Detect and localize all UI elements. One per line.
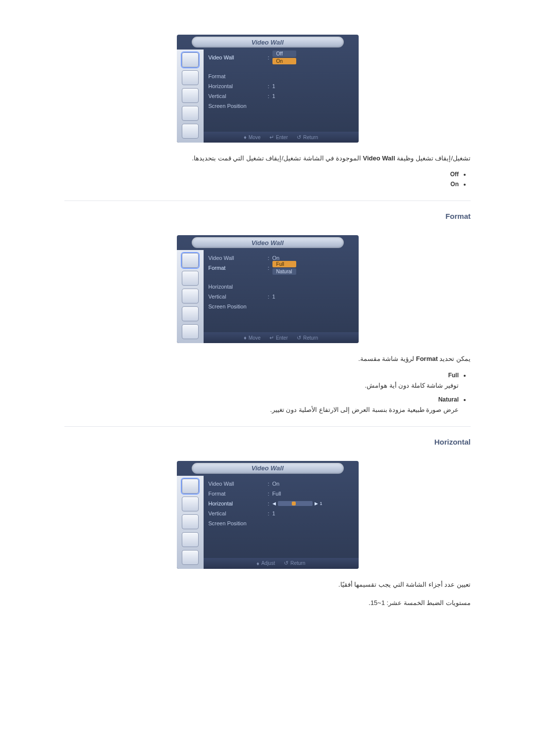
osd-vertical-value: 1 [272, 510, 275, 516]
option-off: Off [64, 171, 459, 178]
osd-tab-icon-3 [182, 514, 199, 529]
osd-panel: Video Wall Video Wall : On Format : [177, 235, 359, 343]
updown-icon: ♦ [244, 134, 247, 140]
osd-hint-adjust: ♦Adjust [257, 560, 275, 566]
osd-tab-icon-2 [182, 497, 199, 511]
options-list-format: Full توفير شاشة كاملة دون أية هوامش. Nat… [64, 372, 471, 413]
osd-sidebar [177, 250, 204, 343]
enter-icon: ↵ [269, 335, 274, 341]
slider-thumb [292, 502, 296, 505]
option-on: On [64, 181, 459, 188]
osd-row-format-label: Format [209, 73, 268, 79]
osd-hint-return: ↺Return [297, 134, 318, 141]
osd-main: Video Wall : On Format : Full Horizontal… [209, 479, 354, 557]
osd-title: Video Wall [192, 237, 344, 248]
osd-option-on: On [272, 58, 296, 64]
osd-row-video-wall-label: Video Wall [209, 255, 268, 261]
osd-horizontal-slider: ◀ ▶ 1 [272, 501, 322, 506]
osd-video-wall-options: Off On [272, 50, 296, 64]
osd-row-vertical-label: Vertical [209, 510, 268, 516]
osd-row-video-wall-label: Video Wall [209, 54, 268, 60]
option-natural: Natural عرض صورة طبيعية مزودة بنسبة العر… [64, 396, 459, 413]
osd-footer: ♦Move ↵Enter ↺Return [204, 132, 359, 143]
slider-track [278, 501, 313, 506]
osd-tab-icon-4 [182, 532, 199, 547]
osd-format-value: Full [272, 491, 281, 497]
osd-hint-move: ♦Move [244, 335, 261, 341]
osd-tab-icon-5 [182, 324, 199, 339]
osd-figure-format: Video Wall Video Wall : On Format : [64, 235, 471, 343]
osd-title: Video Wall [192, 37, 344, 48]
osd-row-horizontal-label: Horizontal [209, 284, 268, 290]
osd-panel: Video Wall Video Wall : Off On [177, 35, 359, 143]
osd-row-screen-position-label: Screen Position [209, 520, 268, 526]
heading-format: Format [64, 201, 471, 220]
osd-tab-icon-1 [182, 253, 199, 268]
osd-hint-return: ↺Return [284, 560, 305, 566]
osd-tab-icon-1 [182, 479, 199, 494]
osd-format-options: Full Natural [272, 261, 296, 275]
osd-hint-move: ♦Move [244, 134, 261, 140]
osd-main: Video Wall : On Format : Full Natural Ho… [209, 253, 354, 331]
osd-option-natural: Natural [272, 268, 296, 275]
osd-tab-icon-2 [182, 271, 199, 286]
osd-tab-icon-1 [182, 52, 199, 67]
document-page: Video Wall Video Wall : Off On [0, 0, 535, 756]
updown-icon: ♦ [257, 560, 260, 566]
paragraph-video-wall-toggle: تشغيل/إيقاف تشغيل وظيفة Video Wall الموج… [64, 152, 471, 164]
osd-tab-icon-3 [182, 88, 199, 103]
osd-video-wall-value: On [272, 255, 280, 261]
arrow-left-icon: ◀ [272, 501, 276, 506]
osd-sidebar [177, 476, 204, 569]
osd-tab-icon-5 [182, 550, 199, 565]
osd-row-video-wall-label: Video Wall [209, 481, 268, 487]
paragraph-horizontal-1: تعيين عدد أجزاء الشاشة التي يجب تقسيمها … [64, 579, 471, 590]
osd-vertical-value: 1 [272, 294, 275, 300]
option-full-desc: توفير شاشة كاملة دون أية هوامش. [64, 382, 459, 389]
option-full: Full توفير شاشة كاملة دون أية هوامش. [64, 372, 459, 389]
return-icon: ↺ [297, 335, 301, 341]
osd-row-format-label: Format [209, 491, 268, 497]
osd-row-vertical-label: Vertical [209, 294, 268, 300]
osd-main: Video Wall : Off On Format Horizontal : … [209, 52, 354, 131]
heading-horizontal: Horizontal [64, 426, 471, 446]
osd-tab-icon-5 [182, 124, 199, 139]
osd-sidebar [177, 50, 204, 143]
paragraph-format: يمكن تحديد Format لرؤية شاشة مقسمة. [64, 353, 471, 364]
updown-icon: ♦ [244, 335, 247, 341]
osd-horizontal-slider-value: 1 [320, 501, 322, 506]
osd-video-wall-value: On [272, 481, 280, 487]
return-icon: ↺ [284, 560, 288, 566]
osd-figure-video-wall: Video Wall Video Wall : Off On [64, 35, 471, 143]
osd-option-off: Off [272, 50, 296, 57]
enter-icon: ↵ [269, 134, 274, 141]
osd-title: Video Wall [192, 463, 344, 474]
osd-footer: ♦Move ↵Enter ↺Return [204, 332, 359, 343]
osd-tab-icon-4 [182, 306, 199, 321]
osd-tab-icon-4 [182, 106, 199, 121]
osd-hint-enter: ↵Enter [269, 335, 288, 341]
osd-row-horizontal-label: Horizontal [209, 83, 268, 89]
osd-row-screen-position-label: Screen Position [209, 103, 268, 109]
osd-panel: Video Wall Video Wall : On Format : Full [177, 461, 359, 569]
osd-tab-icon-3 [182, 289, 199, 303]
osd-row-format-label: Format [209, 265, 268, 271]
osd-option-full: Full [272, 261, 296, 267]
osd-hint-enter: ↵Enter [269, 134, 288, 141]
osd-row-screen-position-label: Screen Position [209, 303, 268, 309]
osd-tab-icon-2 [182, 70, 199, 85]
osd-hint-return: ↺Return [297, 335, 318, 341]
arrow-right-icon: ▶ [315, 501, 318, 506]
osd-row-vertical-label: Vertical [209, 93, 268, 99]
osd-footer: ♦Adjust ↺Return [204, 558, 359, 569]
osd-vertical-value: 1 [272, 93, 275, 99]
return-icon: ↺ [297, 134, 301, 141]
options-list-video-wall: Off On [64, 171, 471, 188]
osd-figure-horizontal: Video Wall Video Wall : On Format : Full [64, 461, 471, 569]
osd-horizontal-value: 1 [272, 83, 275, 89]
option-natural-desc: عرض صورة طبيعية مزودة بنسبة العرض إلى ال… [64, 406, 459, 413]
paragraph-horizontal-2: مستويات الضبط الخمسة عشر: 1~15. [64, 597, 471, 608]
osd-row-horizontal-label: Horizontal [209, 501, 268, 506]
